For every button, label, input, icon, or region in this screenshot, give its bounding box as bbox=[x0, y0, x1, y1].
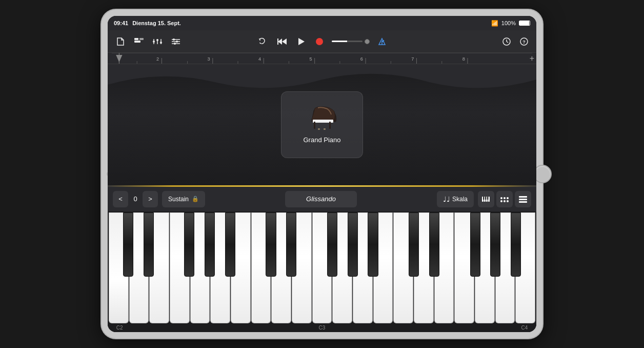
metronome-button[interactable] bbox=[376, 36, 388, 47]
svg-point-66 bbox=[507, 197, 509, 199]
key-ds4[interactable] bbox=[429, 212, 439, 277]
tracks-button[interactable] bbox=[132, 37, 146, 46]
svg-rect-54 bbox=[329, 122, 331, 129]
svg-text:8: 8 bbox=[462, 56, 465, 62]
svg-point-65 bbox=[504, 197, 506, 199]
key-gs4[interactable] bbox=[490, 212, 500, 277]
status-bar: 09:41 Dienstag 15. Sept. 📶 100% bbox=[108, 16, 536, 30]
svg-rect-62 bbox=[485, 197, 487, 200]
toolbar-right: ? bbox=[392, 36, 530, 47]
svg-point-69 bbox=[507, 200, 509, 202]
status-left: 09:41 Dienstag 15. Sept. bbox=[114, 20, 181, 26]
svg-point-4 bbox=[153, 41, 155, 43]
ruler-add-button[interactable]: + bbox=[530, 54, 534, 63]
battery-display: 100% bbox=[501, 20, 516, 26]
label-c2: C2 bbox=[116, 325, 123, 331]
view-icons bbox=[478, 191, 531, 207]
key-gs3[interactable] bbox=[348, 212, 358, 277]
skala-button[interactable]: ♩♩ Skala bbox=[437, 191, 474, 207]
svg-rect-2 bbox=[139, 38, 144, 40]
svg-rect-61 bbox=[483, 197, 485, 200]
svg-text:6: 6 bbox=[360, 56, 363, 62]
svg-rect-53 bbox=[314, 122, 315, 129]
battery-icon bbox=[519, 21, 530, 26]
svg-rect-56 bbox=[324, 128, 326, 130]
svg-rect-0 bbox=[134, 38, 138, 40]
glissando-button[interactable]: Glissando bbox=[285, 191, 357, 207]
svg-text:3: 3 bbox=[208, 56, 210, 62]
list-view-button[interactable] bbox=[515, 191, 531, 207]
key-fs4[interactable] bbox=[470, 212, 480, 277]
prev-octave-button[interactable]: < bbox=[113, 191, 128, 207]
svg-marker-18 bbox=[298, 38, 305, 45]
screen: 09:41 Dienstag 15. Sept. 📶 100% bbox=[108, 16, 536, 332]
svg-marker-15 bbox=[282, 38, 287, 45]
new-document-button[interactable] bbox=[114, 36, 127, 47]
time-display: 09:41 bbox=[114, 20, 128, 26]
label-c3: C3 bbox=[319, 325, 326, 331]
svg-marker-16 bbox=[278, 38, 282, 45]
date-display: Dienstag 15. Sept. bbox=[132, 20, 181, 26]
keyboard-area: C2 C3 C4 bbox=[108, 211, 536, 333]
key-ds3[interactable] bbox=[286, 212, 296, 277]
keyboard-wrapper: C2 C3 C4 bbox=[108, 212, 536, 333]
key-as2[interactable] bbox=[225, 212, 235, 277]
svg-rect-71 bbox=[519, 199, 527, 200]
label-c4: C4 bbox=[521, 325, 528, 331]
clock-button[interactable] bbox=[500, 36, 513, 47]
next-octave-button[interactable]: > bbox=[143, 191, 158, 207]
svg-point-64 bbox=[500, 197, 502, 199]
controls-bar: < 0 > Sustain 🔒 Glissando ♩♩ Skala bbox=[108, 187, 536, 211]
svg-rect-55 bbox=[318, 128, 320, 130]
svg-rect-17 bbox=[277, 38, 278, 45]
chord-view-button[interactable] bbox=[496, 191, 513, 207]
key-fs2[interactable] bbox=[184, 212, 194, 277]
undo-button[interactable] bbox=[256, 36, 269, 47]
rewind-button[interactable] bbox=[275, 37, 289, 46]
octave-nav: < 0 > bbox=[113, 191, 158, 207]
main-area: Grand Piano bbox=[108, 64, 536, 185]
svg-rect-1 bbox=[134, 41, 140, 43]
svg-point-19 bbox=[316, 38, 323, 45]
key-cs3[interactable] bbox=[266, 212, 276, 277]
keys-container bbox=[108, 212, 536, 324]
svg-point-13 bbox=[176, 41, 178, 43]
svg-point-12 bbox=[173, 38, 175, 41]
volume-slider[interactable] bbox=[332, 39, 370, 44]
svg-text:?: ? bbox=[522, 40, 526, 45]
svg-text:7: 7 bbox=[411, 56, 414, 62]
svg-point-67 bbox=[500, 200, 502, 202]
key-ds2[interactable] bbox=[144, 212, 154, 277]
instrument-name: Grand Piano bbox=[304, 136, 341, 144]
help-button[interactable]: ? bbox=[518, 36, 530, 47]
svg-text:2: 2 bbox=[156, 56, 159, 62]
piano-keyboard: C2 C3 C4 bbox=[108, 211, 536, 333]
play-button[interactable] bbox=[295, 36, 307, 47]
eq-button[interactable] bbox=[169, 37, 183, 46]
key-fs3[interactable] bbox=[327, 212, 337, 277]
svg-rect-63 bbox=[487, 197, 489, 200]
wifi-icon: 📶 bbox=[491, 20, 498, 27]
sustain-button[interactable]: Sustain 🔒 bbox=[162, 191, 205, 207]
ipad-frame: 09:41 Dienstag 15. Sept. 📶 100% bbox=[102, 10, 542, 338]
key-gs2[interactable] bbox=[205, 212, 215, 277]
svg-point-6 bbox=[156, 39, 158, 41]
keyboard-view-button[interactable] bbox=[478, 191, 494, 207]
key-as4[interactable] bbox=[511, 212, 521, 277]
toolbar: ? bbox=[108, 30, 536, 53]
mixer-button[interactable] bbox=[151, 37, 164, 46]
svg-rect-70 bbox=[519, 196, 527, 198]
note-labels: C2 C3 C4 bbox=[108, 323, 536, 332]
key-cs2[interactable] bbox=[123, 212, 133, 277]
lock-icon: 🔒 bbox=[192, 196, 199, 202]
record-button[interactable] bbox=[313, 36, 326, 47]
track-card[interactable]: Grand Piano bbox=[281, 91, 363, 158]
svg-rect-72 bbox=[519, 201, 527, 203]
toolbar-center bbox=[256, 36, 388, 47]
key-as3[interactable] bbox=[368, 212, 378, 277]
grand-piano-icon bbox=[306, 105, 338, 132]
key-cs4[interactable] bbox=[409, 212, 419, 277]
svg-line-25 bbox=[507, 42, 508, 43]
svg-text:4: 4 bbox=[258, 56, 261, 62]
octave-value: 0 bbox=[130, 195, 140, 203]
